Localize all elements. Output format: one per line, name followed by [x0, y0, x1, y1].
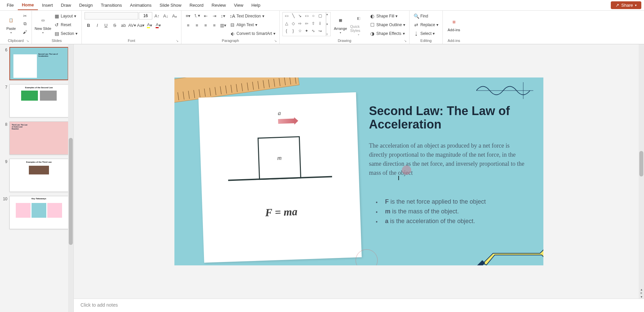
paragraph-launcher-icon[interactable]: ↘ — [274, 39, 277, 43]
slide-nav-arrows[interactable]: ▴≡▾ — [639, 288, 644, 299]
drawing-launcher-icon[interactable]: ↘ — [404, 39, 407, 43]
align-left-button[interactable]: ≡ — [184, 21, 192, 29]
bullet-item[interactable]: m is the mass of the object. — [376, 208, 523, 215]
font-launcher-icon[interactable]: ↘ — [176, 39, 178, 43]
cut-button[interactable]: ✂ — [21, 12, 29, 19]
tab-help[interactable]: Help — [247, 1, 264, 10]
shape-connector-icon[interactable]: ↝ — [317, 28, 323, 34]
slide-bullet-list[interactable]: F is the net force applied to the object… — [376, 198, 523, 227]
decrease-indent-button[interactable]: ⇤ — [202, 12, 210, 19]
slide-canvas[interactable]: a m F = ma Second Law: The Law of Accele… — [74, 44, 644, 299]
tab-record[interactable]: Record — [185, 1, 208, 10]
shape-roundrect-icon[interactable]: ▢ — [317, 13, 323, 18]
shape-brace-l-icon[interactable]: { — [283, 28, 289, 34]
tab-home[interactable]: Home — [18, 0, 38, 10]
change-case-button[interactable]: Aa▾ — [137, 21, 145, 29]
shape-effects-button[interactable]: ◑Shape Effects ▾ — [368, 30, 407, 38]
shape-arrow-l-icon[interactable]: ⇦ — [304, 21, 310, 26]
tab-view[interactable]: View — [230, 1, 247, 10]
shape-textbox-icon[interactable]: ▭ — [283, 13, 289, 18]
tab-review[interactable]: Review — [208, 1, 230, 10]
clipboard-launcher-icon[interactable]: ↘ — [26, 39, 29, 43]
align-center-button[interactable]: ≡ — [193, 21, 201, 29]
shadow-button[interactable]: ab — [119, 21, 127, 29]
tab-animations[interactable]: Animations — [126, 1, 156, 10]
increase-font-button[interactable]: A↑ — [153, 12, 161, 19]
shape-arrow-d-icon[interactable]: ⇩ — [317, 21, 323, 26]
shapes-gallery[interactable]: ▭ ╲ ↘ ▭ ○ ▢ △ ◇ ⇨ ⇦ ⇧ ⇩ { } ☆ ✦ ∿ — [282, 12, 326, 36]
section-icon: ▤ — [54, 31, 59, 36]
font-family-select[interactable] — [85, 12, 138, 19]
slide-vertical-scrollbar[interactable] — [639, 44, 644, 299]
slide-body-text[interactable]: The acceleration of an object as produce… — [369, 141, 527, 177]
increase-indent-button[interactable]: ⇥ — [210, 12, 218, 19]
bullet-item[interactable]: F is the net force applied to the object — [376, 198, 523, 205]
shape-star-icon[interactable]: ☆ — [297, 28, 303, 34]
shape-brace-r-icon[interactable]: } — [290, 28, 296, 34]
tab-slideshow[interactable]: Slide Show — [156, 1, 185, 10]
numbering-button[interactable]: ⒈▾ — [193, 12, 201, 19]
bold-button[interactable]: B — [85, 21, 93, 29]
strikethrough-button[interactable]: S — [111, 21, 119, 29]
align-right-button[interactable]: ≡ — [202, 21, 210, 29]
shape-fill-button[interactable]: ◐Shape Fill ▾ — [368, 12, 407, 20]
slide-content[interactable]: a m F = ma Second Law: The Law of Accele… — [174, 77, 543, 265]
align-text-button[interactable]: ⊟Align Text ▾ — [228, 21, 277, 29]
highlight-button[interactable]: A▾ — [146, 21, 154, 29]
addins-button[interactable]: ⊞ Add-ins — [445, 12, 462, 37]
shape-arrow-r-icon[interactable]: ⇨ — [297, 21, 303, 26]
shape-triangle-icon[interactable]: △ — [283, 21, 289, 26]
char-spacing-button[interactable]: AV▾ — [128, 21, 136, 29]
find-button[interactable]: 🔍Find — [412, 12, 440, 20]
reset-button[interactable]: ↺Reset — [53, 21, 79, 29]
shape-oval-icon[interactable]: ○ — [310, 13, 316, 18]
line-spacing-button[interactable]: ↕▾ — [219, 12, 227, 19]
format-painter-button[interactable]: 🖌 — [21, 28, 29, 36]
slide-title[interactable]: Second Law: The Law of Acceleration — [369, 104, 517, 131]
shape-curve-icon[interactable]: ∿ — [310, 28, 316, 34]
tab-transitions[interactable]: Transitions — [97, 1, 126, 10]
paste-button[interactable]: 📋 Paste — [3, 12, 19, 37]
shape-line-icon[interactable]: ╲ — [290, 13, 296, 18]
slide-thumbnail-7[interactable]: Examples of the Second Law — [9, 84, 68, 117]
shape-callout-icon[interactable]: ✦ — [304, 28, 310, 34]
section-button[interactable]: ▤Section ▾ — [53, 30, 79, 38]
tab-draw[interactable]: Draw — [57, 1, 75, 10]
replace-button[interactable]: ⇄Replace ▾ — [412, 21, 440, 29]
layout-button[interactable]: ▦Layout ▾ — [53, 12, 79, 20]
notes-pane[interactable]: Click to add notes — [74, 299, 644, 312]
tab-insert[interactable]: Insert — [38, 1, 57, 10]
font-color-button[interactable]: A▾ — [154, 21, 162, 29]
italic-button[interactable]: I — [93, 21, 101, 29]
slide-thumbnail-9[interactable]: Examples of the Third Law — [9, 159, 68, 192]
slide-thumbnail-10[interactable]: Key Takeaways — [9, 196, 68, 229]
select-button[interactable]: ⭭Select ▾ — [412, 30, 440, 38]
arrange-button[interactable]: ▦ Arrange — [332, 12, 349, 37]
bullet-item[interactable]: a is the acceleration of the object. — [376, 218, 523, 225]
tab-file[interactable]: File — [3, 1, 18, 10]
shapes-scroll[interactable]: ▴▾▿ — [326, 12, 331, 36]
slide-thumbnail-8[interactable]: Third Law: The Law of Action and Reactio… — [9, 121, 68, 155]
underline-button[interactable]: U — [102, 21, 110, 29]
shape-outline-button[interactable]: ☐Shape Outline ▾ — [368, 21, 407, 29]
shape-line2-icon[interactable]: ↘ — [297, 13, 303, 18]
text-direction-button[interactable]: ↕AText Direction ▾ — [228, 12, 277, 20]
quick-styles-button[interactable]: ◧ Quick Styles — [350, 12, 367, 37]
font-size-select[interactable] — [139, 12, 152, 19]
text-direction-icon: ↕A — [230, 13, 235, 19]
shape-diamond-icon[interactable]: ◇ — [290, 21, 296, 26]
clear-formatting-button[interactable]: Aᵩ — [170, 12, 178, 19]
decrease-font-button[interactable]: A↓ — [162, 12, 170, 19]
thumbnails-scrollbar[interactable] — [68, 44, 73, 312]
copy-button[interactable]: ⧉ — [21, 20, 29, 28]
justify-button[interactable]: ≡ — [210, 21, 218, 29]
shape-arrow-u-icon[interactable]: ⇧ — [310, 21, 316, 26]
columns-button[interactable]: ▥▾ — [219, 21, 227, 29]
shape-rect-icon[interactable]: ▭ — [304, 13, 310, 18]
new-slide-button[interactable]: ▭ New Slide — [35, 12, 51, 37]
bullets-button[interactable]: ≡▾ — [184, 12, 192, 19]
convert-smartart-button[interactable]: ⬖Convert to SmartArt ▾ — [228, 30, 277, 38]
share-button[interactable]: Share — [611, 1, 641, 9]
slide-thumbnail-6[interactable]: Second Law: The Law of Acceleration — [9, 47, 68, 80]
tab-design[interactable]: Design — [75, 1, 97, 10]
